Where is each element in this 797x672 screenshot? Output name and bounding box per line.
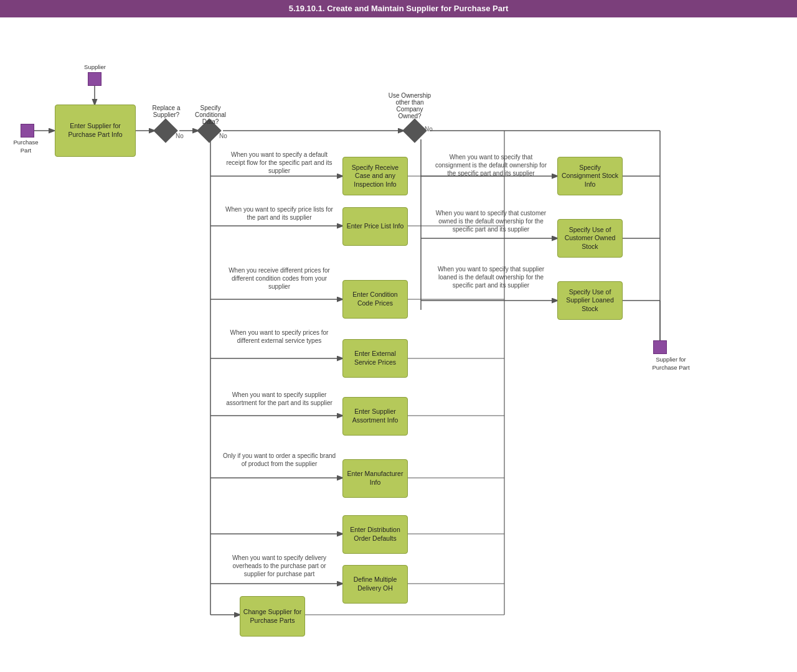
diamond1-no: No: [176, 133, 184, 139]
diamond-replace-supplier: [153, 118, 178, 143]
specify-consignment-label: Specify Consignment Stock Info: [560, 164, 620, 189]
flow-manufacturer-text: Only if you want to order a specific bra…: [222, 452, 337, 468]
diamond1-question: Replace a Supplier?: [144, 105, 188, 118]
supplier-label: Supplier: [81, 63, 109, 72]
enter-distribution-box[interactable]: Enter Distribution Order Defaults: [342, 515, 408, 554]
enter-manufacturer-box[interactable]: Enter Manufacturer Info: [342, 459, 408, 498]
specify-supplier-loaned-label: Specify Use of Supplier Loaned Stock: [560, 288, 620, 314]
specify-customer-owned-label: Specify Use of Customer Owned Stock: [560, 226, 620, 251]
specify-customer-owned-box[interactable]: Specify Use of Customer Owned Stock: [557, 219, 623, 258]
supplier-for-purchase-label: Supplier for Purchase Part: [648, 356, 694, 372]
flow-price-list-text: When you want to specify price lists for…: [222, 205, 337, 222]
diamond-ownership: [402, 118, 427, 143]
flow-customer-owned-text: When you want to specify that customer o…: [433, 209, 549, 233]
enter-supplier-assortment-box[interactable]: Enter Supplier Assortment Info: [342, 397, 408, 436]
supplier-purchase-end: [653, 340, 667, 354]
define-multiple-box[interactable]: Define Multiple Delivery OH: [342, 565, 408, 604]
flow-external-text: When you want to specify prices for diff…: [222, 329, 337, 345]
supplier-start: [88, 72, 101, 86]
flow-condition-text: When you receive different prices for di…: [222, 266, 337, 291]
change-supplier-label: Change Supplier for Purchase Parts: [243, 608, 302, 625]
flow-delivery-text: When you want to specify delivery overhe…: [222, 554, 337, 578]
purchase-part-start: [21, 124, 34, 138]
diamond3-question: Use Ownership other than Company Owned?: [385, 92, 435, 119]
specify-consignment-box[interactable]: Specify Consignment Stock Info: [557, 157, 623, 195]
enter-manufacturer-label: Enter Manufacturer Info: [346, 470, 405, 487]
enter-external-service-label: Enter External Service Prices: [346, 350, 405, 366]
flow-consignment-text: When you want to specify that consignmen…: [433, 153, 549, 177]
enter-supplier-label: Enter Supplier for Purchase Part Info: [58, 122, 133, 139]
enter-supplier-box[interactable]: Enter Supplier for Purchase Part Info: [55, 105, 136, 157]
specify-receive-label: Specify Receive Case and any Inspection …: [346, 164, 405, 189]
enter-condition-code-box[interactable]: Enter Condition Code Prices: [342, 280, 408, 319]
diamond2-no: No: [219, 133, 227, 139]
enter-condition-code-label: Enter Condition Code Prices: [346, 291, 405, 307]
enter-price-list-box[interactable]: Enter Price List Info: [342, 207, 408, 246]
enter-supplier-assortment-label: Enter Supplier Assortment Info: [346, 408, 405, 424]
flow-assortment-text: When you want to specify supplier assort…: [222, 391, 337, 407]
specify-receive-box[interactable]: Specify Receive Case and any Inspection …: [342, 157, 408, 195]
define-multiple-label: Define Multiple Delivery OH: [346, 576, 405, 592]
enter-external-service-box[interactable]: Enter External Service Prices: [342, 339, 408, 378]
flow-receive-text: When you want to specify a default recei…: [222, 151, 337, 175]
flow-supplier-loaned-text: When you want to specify that supplier l…: [433, 265, 549, 289]
diamond3-no: No: [425, 126, 433, 133]
title-bar: 5.19.10.1. Create and Maintain Supplier …: [0, 0, 797, 17]
diagram-area: Purchase Part Supplier Enter Supplier fo…: [0, 17, 797, 672]
diamond2-question: Specify Conditional Data?: [189, 105, 232, 125]
enter-price-list-label: Enter Price List Info: [347, 222, 404, 231]
page-title: 5.19.10.1. Create and Maintain Supplier …: [289, 4, 509, 13]
enter-distribution-label: Enter Distribution Order Defaults: [346, 526, 405, 543]
purchase-part-label: Purchase Part: [9, 139, 43, 155]
specify-supplier-loaned-box[interactable]: Specify Use of Supplier Loaned Stock: [557, 281, 623, 320]
change-supplier-box[interactable]: Change Supplier for Purchase Parts: [240, 596, 305, 637]
